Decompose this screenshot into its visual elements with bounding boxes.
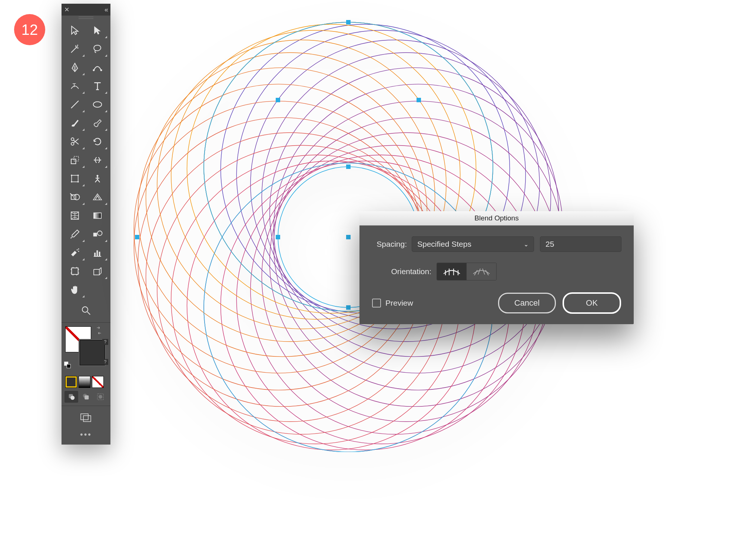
spacing-value-field[interactable]: 25 — [540, 237, 621, 252]
hand-tool[interactable] — [64, 281, 86, 299]
svg-rect-79 — [346, 235, 351, 239]
svg-rect-39 — [81, 414, 88, 420]
default-fill-stroke-icon[interactable] — [64, 361, 71, 370]
draw-behind[interactable] — [79, 391, 93, 403]
direct-selection-tool[interactable] — [86, 21, 108, 39]
svg-point-14 — [77, 181, 79, 183]
ok-button[interactable]: OK — [563, 292, 621, 314]
collapse-icon[interactable]: « — [101, 6, 110, 14]
svg-line-86 — [483, 269, 485, 275]
unknown-paint-icon: ? — [102, 339, 108, 345]
fill-stroke-swatch[interactable]: ? ? — [62, 324, 110, 375]
svg-rect-27 — [99, 252, 100, 257]
draw-inside[interactable] — [94, 391, 107, 403]
svg-rect-76 — [276, 235, 280, 239]
svg-point-15 — [96, 175, 98, 177]
svg-point-34 — [70, 396, 74, 400]
cancel-label: Cancel — [514, 298, 540, 308]
spacing-label: Spacing: — [372, 240, 412, 249]
svg-point-24 — [78, 249, 79, 250]
orientation-align-page[interactable] — [437, 263, 467, 280]
artboard-tool[interactable] — [64, 262, 86, 280]
blob-brush-tool[interactable] — [86, 114, 108, 132]
spacing-mode-select[interactable]: Specified Steps ⌄ — [412, 237, 534, 252]
rotate-tool[interactable] — [86, 133, 108, 150]
svg-point-13 — [71, 181, 72, 183]
screen-mode-button[interactable] — [77, 411, 95, 425]
edit-toolbar-icon[interactable]: ••• — [62, 427, 110, 445]
svg-point-29 — [82, 307, 88, 312]
orientation-align-path[interactable] — [467, 263, 496, 280]
spacing-value: 25 — [546, 240, 554, 249]
svg-rect-28 — [72, 268, 78, 275]
selection-tool[interactable] — [64, 21, 86, 39]
svg-rect-9 — [74, 156, 79, 161]
orientation-label: Orientation: — [372, 267, 437, 276]
type-tool[interactable] — [86, 77, 108, 95]
eyedropper-tool[interactable] — [64, 225, 86, 243]
symbol-sprayer-tool[interactable] — [64, 244, 86, 262]
blend-tool[interactable] — [86, 225, 108, 243]
svg-rect-78 — [346, 305, 351, 310]
ok-label: OK — [586, 298, 598, 308]
tool-palette: × « T ? ? — [62, 4, 110, 445]
type-on-path-tool[interactable]: T — [64, 77, 86, 95]
svg-rect-8 — [71, 159, 76, 164]
line-tool[interactable] — [64, 96, 86, 113]
svg-point-38 — [99, 395, 102, 398]
mesh-tool[interactable] — [64, 207, 86, 225]
free-transform-tool[interactable] — [64, 170, 86, 187]
lasso-tool[interactable] — [86, 40, 108, 58]
stroke-swatch[interactable] — [79, 339, 106, 366]
magic-wand-tool[interactable] — [64, 40, 86, 58]
close-icon[interactable]: × — [62, 5, 72, 14]
svg-point-17 — [74, 194, 79, 200]
svg-point-1 — [93, 69, 94, 71]
color-mode-solid[interactable] — [65, 376, 77, 388]
svg-rect-75 — [346, 164, 351, 169]
shape-builder-tool[interactable] — [64, 188, 86, 206]
zoom-tool[interactable] — [74, 302, 98, 319]
paintbrush-tool[interactable] — [64, 114, 86, 132]
blend-options-dialog: Blend Options Spacing: Specified Steps ⌄… — [359, 211, 634, 324]
svg-point-0 — [77, 45, 78, 46]
color-mode-gradient[interactable] — [79, 376, 90, 388]
svg-point-11 — [71, 174, 72, 176]
width-tool[interactable] — [86, 151, 108, 169]
gradient-tool[interactable] — [86, 207, 108, 225]
svg-rect-74 — [135, 235, 139, 239]
svg-rect-20 — [93, 233, 97, 236]
preview-label: Preview — [385, 299, 413, 307]
scissors-tool[interactable] — [64, 133, 86, 150]
scale-tool[interactable] — [64, 151, 86, 169]
column-graph-tool[interactable] — [86, 244, 108, 262]
color-mode-row — [62, 375, 110, 389]
draw-mode-row — [62, 389, 110, 404]
svg-point-12 — [77, 174, 79, 176]
puppet-warp-tool[interactable] — [86, 170, 108, 187]
svg-point-22 — [76, 249, 77, 250]
svg-rect-19 — [94, 213, 101, 219]
dialog-title: Blend Options — [359, 211, 634, 226]
step-badge: 12 — [14, 14, 45, 45]
svg-line-85 — [478, 269, 480, 275]
tool-grid: T — [62, 20, 110, 300]
svg-text:T: T — [72, 82, 76, 88]
preview-checkbox[interactable] — [372, 299, 381, 307]
svg-point-5 — [93, 102, 102, 107]
svg-rect-26 — [96, 250, 98, 256]
perspective-grid-tool[interactable] — [86, 188, 108, 206]
ellipse-tool[interactable] — [86, 96, 108, 113]
svg-rect-10 — [72, 175, 78, 182]
svg-point-2 — [100, 69, 102, 71]
panel-grip[interactable] — [62, 16, 110, 20]
draw-normal[interactable] — [64, 391, 78, 403]
pen-tool[interactable] — [64, 59, 86, 76]
chevron-down-icon: ⌄ — [524, 241, 528, 248]
svg-point-21 — [97, 231, 102, 236]
cancel-button[interactable]: Cancel — [498, 293, 556, 313]
slice-tool[interactable] — [86, 262, 108, 280]
curvature-tool[interactable] — [86, 59, 108, 76]
color-mode-none[interactable] — [92, 376, 104, 388]
swap-fill-stroke-icon[interactable] — [95, 326, 103, 336]
